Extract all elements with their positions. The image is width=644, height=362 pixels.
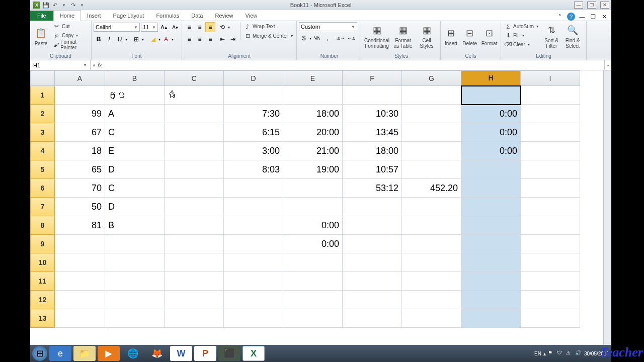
align-middle-button[interactable]: ≡ xyxy=(195,22,205,32)
cell-H3[interactable]: 0:00 xyxy=(461,123,521,142)
cell-F6[interactable]: 53:12 xyxy=(343,179,402,198)
col-header-F[interactable]: F xyxy=(343,71,402,86)
font-size-dropdown[interactable]: 11▼ xyxy=(141,23,158,32)
tab-file[interactable]: File xyxy=(30,11,53,21)
cell-C11[interactable] xyxy=(165,272,224,291)
copy-button[interactable]: ⎘Copy▾ xyxy=(52,31,89,40)
row-header-5[interactable]: 5 xyxy=(31,160,55,179)
cell-I12[interactable] xyxy=(521,291,580,309)
expand-formula-bar-icon[interactable]: ⌄ xyxy=(604,60,611,70)
border-button[interactable]: ⊞ xyxy=(131,34,141,44)
italic-button[interactable]: I xyxy=(104,34,114,44)
decrease-indent-button[interactable]: ⇤ xyxy=(217,34,227,44)
row-header-12[interactable]: 12 xyxy=(31,291,55,309)
cell-I5[interactable] xyxy=(521,160,580,179)
cell-C6[interactable] xyxy=(165,179,224,198)
cell-I9[interactable] xyxy=(521,235,580,253)
formula-input[interactable] xyxy=(104,60,604,70)
cell-F1[interactable] xyxy=(343,86,402,105)
tray-volume-icon[interactable]: 🔊 xyxy=(575,350,582,357)
row-header-10[interactable]: 10 xyxy=(31,253,55,272)
taskbar-explorer[interactable]: 📁 xyxy=(73,346,96,361)
cell-C3[interactable] xyxy=(165,123,224,142)
cell-E5[interactable]: 19:00 xyxy=(283,160,343,179)
cell-D11[interactable] xyxy=(224,272,283,291)
cell-C13[interactable] xyxy=(165,309,224,328)
cell-H10[interactable] xyxy=(461,253,521,272)
cell-H6[interactable] xyxy=(461,179,521,198)
cell-E2[interactable]: 18:00 xyxy=(283,105,343,123)
cell-I2[interactable] xyxy=(521,105,580,123)
cell-E3[interactable]: 20:00 xyxy=(283,123,343,142)
cell-G13[interactable] xyxy=(402,309,461,328)
row-header-13[interactable]: 13 xyxy=(31,309,55,328)
cell-I6[interactable] xyxy=(521,179,580,198)
conditional-formatting-button[interactable]: ▦Conditional Formatting xyxy=(364,22,389,51)
col-header-A[interactable]: A xyxy=(55,71,105,86)
cell-C12[interactable] xyxy=(165,291,224,309)
cancel-formula-icon[interactable]: ● xyxy=(93,62,96,68)
orientation-button[interactable]: ⟲ xyxy=(217,22,227,32)
taskbar-chrome[interactable]: 🌐 xyxy=(122,346,144,361)
cell-A10[interactable] xyxy=(55,253,105,272)
increase-decimal-button[interactable]: .0→ xyxy=(336,33,346,43)
cell-I8[interactable] xyxy=(521,216,580,235)
cell-F11[interactable] xyxy=(343,272,402,291)
clear-button[interactable]: ⌫Clear▾ xyxy=(503,40,540,49)
cell-F7[interactable] xyxy=(343,198,402,216)
taskbar-ie[interactable]: e xyxy=(49,346,71,361)
cell-E7[interactable] xyxy=(283,198,343,216)
cell-A5[interactable]: 65 xyxy=(55,160,105,179)
cell-H1[interactable] xyxy=(461,86,521,105)
cell-E11[interactable] xyxy=(283,272,343,291)
align-center-button[interactable]: ≡ xyxy=(195,34,205,44)
cell-I4[interactable] xyxy=(521,142,580,160)
cell-H2[interactable]: 0:00 xyxy=(461,105,521,123)
find-select-button[interactable]: 🔍Find & Select xyxy=(563,22,582,51)
tab-view[interactable]: View xyxy=(239,11,264,21)
row-header-7[interactable]: 7 xyxy=(31,198,55,216)
cell-I1[interactable] xyxy=(521,86,580,105)
format-cells-button[interactable]: ⊡Format xyxy=(480,22,499,51)
cell-H4[interactable]: 0:00 xyxy=(461,142,521,160)
tray-icon-1[interactable]: ⚑ xyxy=(548,350,555,357)
qat-customize-icon[interactable]: ▼ xyxy=(78,2,86,9)
tab-data[interactable]: Data xyxy=(185,11,209,21)
cell-E12[interactable] xyxy=(283,291,343,309)
percent-button[interactable]: % xyxy=(312,33,322,43)
col-header-G[interactable]: G xyxy=(402,71,461,86)
decrease-font-icon[interactable]: A▾ xyxy=(170,22,180,32)
cell-I10[interactable] xyxy=(521,253,580,272)
col-header-D[interactable]: D xyxy=(224,71,283,86)
cell-I13[interactable] xyxy=(521,309,580,328)
cell-D2[interactable]: 7:30 xyxy=(224,105,283,123)
cell-F2[interactable]: 10:30 xyxy=(343,105,402,123)
cell-E6[interactable] xyxy=(283,179,343,198)
paste-button[interactable]: 📋 Paste xyxy=(32,22,50,51)
row-header-3[interactable]: 3 xyxy=(31,123,55,142)
cell-B6[interactable]: C xyxy=(105,179,165,198)
cell-I3[interactable] xyxy=(521,123,580,142)
cell-G6[interactable]: 452.20 xyxy=(402,179,461,198)
cell-B8[interactable]: B xyxy=(105,216,165,235)
cell-G12[interactable] xyxy=(402,291,461,309)
row-header-1[interactable]: 1 xyxy=(31,86,55,105)
cell-D3[interactable]: 6:15 xyxy=(224,123,283,142)
merge-center-button[interactable]: ⊟Merge & Center▾ xyxy=(243,32,294,40)
cell-G7[interactable] xyxy=(402,198,461,216)
cell-F9[interactable] xyxy=(343,235,402,253)
cell-D7[interactable] xyxy=(224,198,283,216)
cell-C8[interactable] xyxy=(165,216,224,235)
cell-B3[interactable]: C xyxy=(105,123,165,142)
col-header-E[interactable]: E xyxy=(283,71,343,86)
cell-G11[interactable] xyxy=(402,272,461,291)
cell-E9[interactable]: 0:00 xyxy=(283,235,343,253)
cell-F12[interactable] xyxy=(343,291,402,309)
cell-I7[interactable] xyxy=(521,198,580,216)
decrease-decimal-button[interactable]: ←.0 xyxy=(346,33,356,43)
cell-A7[interactable]: 50 xyxy=(55,198,105,216)
taskbar-media[interactable]: ▶ xyxy=(98,346,120,361)
cell-B4[interactable]: E xyxy=(105,142,165,160)
cell-F5[interactable]: 10:57 xyxy=(343,160,402,179)
cell-C5[interactable] xyxy=(165,160,224,179)
